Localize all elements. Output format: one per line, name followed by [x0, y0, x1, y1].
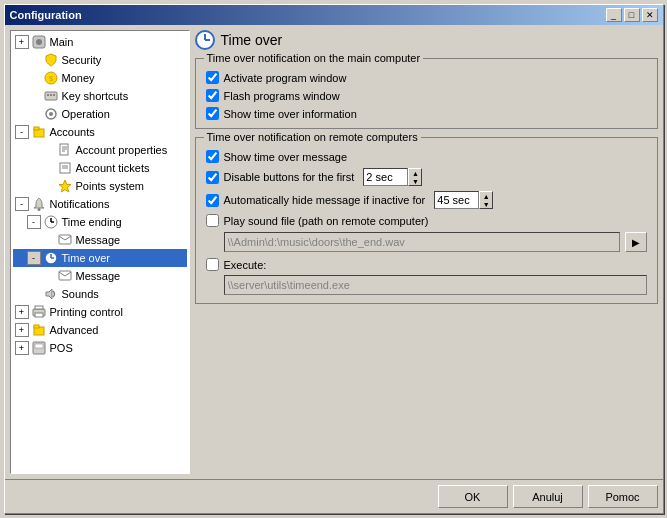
tree-item-accountproperties[interactable]: Account properties [13, 141, 187, 159]
expander-advanced[interactable]: + [15, 323, 29, 337]
tree-item-sounds[interactable]: Sounds [13, 285, 187, 303]
tree-item-main[interactable]: + Main [13, 33, 187, 51]
checkbox-disablebtn[interactable] [206, 171, 219, 184]
group-remote-computers: Time over notification on remote compute… [195, 137, 658, 304]
svg-rect-11 [34, 127, 39, 130]
checkbox-flash-label: Flash programs window [224, 90, 340, 102]
expander-timeover[interactable]: - [27, 251, 41, 265]
section-title-area: Time over [195, 30, 658, 50]
spinner-autohide-down[interactable]: ▼ [480, 200, 492, 208]
checkbox-autohide[interactable] [206, 194, 219, 207]
accounttickets-icon [57, 160, 73, 176]
security-icon [43, 52, 59, 68]
checkbox-showmsg[interactable] [206, 150, 219, 163]
checkbox-showinfo-label: Show time over information [224, 108, 357, 120]
checkbox-activate-label: Activate program window [224, 72, 347, 84]
tree-label-pos: POS [50, 342, 73, 354]
sounds-icon [43, 286, 59, 302]
tree-item-pointssystem[interactable]: Points system [13, 177, 187, 195]
title-bar-buttons: _ □ ✕ [606, 8, 658, 22]
section-title-icon [195, 30, 215, 50]
pos-icon [31, 340, 47, 356]
checkbox-playsound-label: Play sound file (path on remote computer… [224, 215, 429, 227]
tree-item-message2[interactable]: Message [13, 267, 187, 285]
tree-item-printingcontrol[interactable]: + Printing control [13, 303, 187, 321]
section-title-text: Time over [221, 32, 283, 48]
expander-printingcontrol[interactable]: + [15, 305, 29, 319]
expander-notifications[interactable]: - [15, 197, 29, 211]
group-main-computer-title: Time over notification on the main compu… [204, 52, 424, 64]
execute-checkbox-row: Execute: [206, 258, 647, 271]
checkbox-autohide-row: Automatically hide message if inactive f… [206, 191, 647, 209]
title-bar: Configuration _ □ ✕ [5, 5, 663, 25]
sound-path-input[interactable] [224, 232, 620, 252]
spinner-disable-down[interactable]: ▼ [409, 177, 421, 185]
expander-accounts[interactable]: - [15, 125, 29, 139]
checkbox-activate-row: Activate program window [206, 71, 647, 84]
tree-label-keyshortcuts: Key shortcuts [62, 90, 129, 102]
spinner-autohide-up[interactable]: ▲ [480, 192, 492, 200]
tree-label-security: Security [62, 54, 102, 66]
accounts-icon [31, 124, 47, 140]
tree-item-pos[interactable]: + POS [13, 339, 187, 357]
tree-item-accounts[interactable]: - Accounts [13, 123, 187, 141]
keyshortcuts-icon [43, 88, 59, 104]
tree-item-money[interactable]: $ Money [13, 69, 187, 87]
tree-item-accounttickets[interactable]: Account tickets [13, 159, 187, 177]
checkbox-execute[interactable] [206, 258, 219, 271]
footer: OK Anuluj Pomoc [5, 479, 663, 513]
checkbox-showmsg-label: Show time over message [224, 151, 348, 163]
tree-label-advanced: Advanced [50, 324, 99, 336]
operation-icon [43, 106, 59, 122]
checkbox-flash[interactable] [206, 89, 219, 102]
notifications-icon [31, 196, 47, 212]
checkbox-showinfo[interactable] [206, 107, 219, 120]
spinner-disable-up[interactable]: ▲ [409, 169, 421, 177]
checkbox-activate[interactable] [206, 71, 219, 84]
tree-item-operation[interactable]: Operation [13, 105, 187, 123]
group-remote-computers-title: Time over notification on remote compute… [204, 131, 421, 143]
help-button[interactable]: Pomoc [588, 485, 658, 508]
group-main-computer: Time over notification on the main compu… [195, 58, 658, 129]
expander-main[interactable]: + [15, 35, 29, 49]
timeending-icon [43, 214, 59, 230]
svg-text:$: $ [48, 74, 53, 83]
tree-label-accounttickets: Account tickets [76, 162, 150, 174]
tree-item-security[interactable]: Security [13, 51, 187, 69]
svg-rect-7 [53, 94, 55, 96]
tree-label-main: Main [50, 36, 74, 48]
spinner-autohide-input[interactable] [434, 191, 479, 209]
tree-item-advanced[interactable]: + Advanced [13, 321, 187, 339]
maximize-button[interactable]: □ [624, 8, 640, 22]
play-button[interactable]: ▶ [625, 232, 647, 252]
tree-label-operation: Operation [62, 108, 110, 120]
minimize-button[interactable]: _ [606, 8, 622, 22]
svg-point-9 [49, 112, 53, 116]
window-title: Configuration [10, 9, 82, 21]
tree-item-keyshortcuts[interactable]: Key shortcuts [13, 87, 187, 105]
spinner-autohide: ▲ ▼ [434, 191, 493, 209]
expander-timeending[interactable]: - [27, 215, 41, 229]
tree-label-timeending: Time ending [62, 216, 122, 228]
expander-pos[interactable]: + [15, 341, 29, 355]
svg-rect-5 [47, 94, 49, 96]
checkbox-disablebtn-label: Disable buttons for the first [224, 171, 355, 183]
tree-item-timeover[interactable]: - Time over [13, 249, 187, 267]
tree-label-accounts: Accounts [50, 126, 95, 138]
tree-item-message1[interactable]: Message [13, 231, 187, 249]
spinner-autohide-arrows: ▲ ▼ [479, 191, 493, 209]
close-button[interactable]: ✕ [642, 8, 658, 22]
spinner-disable-input[interactable] [363, 168, 408, 186]
tree-item-notifications[interactable]: - Notifications [13, 195, 187, 213]
advanced-icon [31, 322, 47, 338]
timeover-icon [43, 250, 59, 266]
execute-path-input[interactable] [224, 275, 647, 295]
tree-item-timeending[interactable]: - Time ending [13, 213, 187, 231]
tree-label-message1: Message [76, 234, 121, 246]
tree-label-pointssystem: Points system [76, 180, 144, 192]
cancel-button[interactable]: Anuluj [513, 485, 583, 508]
checkbox-disablebtn-row: Disable buttons for the first ▲ ▼ [206, 168, 647, 186]
checkbox-showinfo-row: Show time over information [206, 107, 647, 120]
checkbox-playsound[interactable] [206, 214, 219, 227]
ok-button[interactable]: OK [438, 485, 508, 508]
